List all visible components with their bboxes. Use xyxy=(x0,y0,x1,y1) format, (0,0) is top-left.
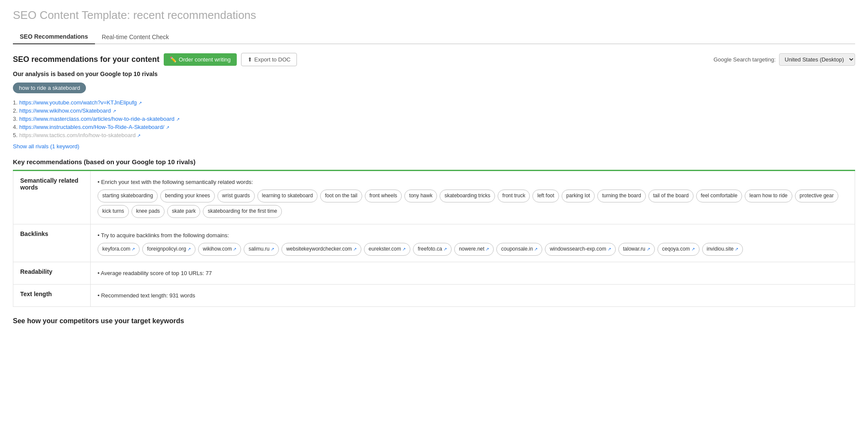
section-title: SEO recommendations for your content xyxy=(13,55,159,64)
semantic-tag: tony hawk xyxy=(404,190,437,202)
rival-item: 2.https://www.wikihow.com/Skateboard ↗ xyxy=(13,107,855,114)
rec-content: Average readability score of top 10 URLs… xyxy=(91,262,855,284)
external-link-icon: ↗ xyxy=(353,245,357,253)
semantic-tag: starting skateboarding xyxy=(98,190,158,202)
rec-bullet: Enrich your text with the following sema… xyxy=(98,177,848,187)
backlink-tag: salimu.ru ↗ xyxy=(244,243,279,256)
semantic-tag: front truck xyxy=(498,190,530,202)
rec-label: Semantically related words xyxy=(13,171,91,224)
recommendations-table: Semantically related wordsEnrich your te… xyxy=(13,170,855,307)
tab-bar: SEO Recommendations Real-time Content Ch… xyxy=(13,29,855,44)
rival-item: 5.https://www.tactics.com/info/how-to-sk… xyxy=(13,132,855,138)
rec-label: Text length xyxy=(13,284,91,306)
rec-bullet: Recommended text length: 931 words xyxy=(98,291,848,300)
backlink-tag: invidiou.site ↗ xyxy=(702,243,743,256)
targeting-label: Google Search targeting: xyxy=(713,56,776,63)
order-content-button[interactable]: ✏️ Order content writing xyxy=(164,53,237,66)
export-doc-button[interactable]: ⬆ Export to DOC xyxy=(241,53,297,66)
backlink-tag: talowar.ru ↗ xyxy=(618,243,655,256)
footer-title: See how your competitors use your target… xyxy=(13,317,855,325)
semantic-tag: protective gear xyxy=(795,190,838,202)
external-link-icon: ↗ xyxy=(187,245,191,253)
semantic-tag: parking lot xyxy=(562,190,595,202)
rec-bullet: Try to acquire backlinks from the follow… xyxy=(98,230,848,240)
tags-container: starting skateboardingbending your knees… xyxy=(98,190,848,217)
semantic-tag: left foot xyxy=(532,190,559,202)
semantic-tag: skateboarding for the first time xyxy=(203,205,281,218)
external-link-icon: ↗ xyxy=(443,245,447,253)
external-link-icon: ↗ xyxy=(233,245,236,253)
rival-item: 3.https://www.masterclass.com/articles/h… xyxy=(13,116,855,122)
rival-item: 4.https://www.instructables.com/How-To-R… xyxy=(13,124,855,130)
backlink-tag: keyfora.com ↗ xyxy=(98,243,140,256)
external-link-icon: ↗ xyxy=(166,125,169,130)
recommendation-row: ReadabilityAverage readability score of … xyxy=(13,262,855,284)
tab-realtime-check[interactable]: Real-time Content Check xyxy=(95,30,176,44)
recommendation-row: Text lengthRecommended text length: 931 … xyxy=(13,284,855,306)
backlinks-container: keyfora.com ↗foreignpolicyi.org ↗wikihow… xyxy=(98,243,848,256)
targeting-selector: Google Search targeting: United States (… xyxy=(713,53,855,66)
semantic-tag: learn how to ride xyxy=(745,190,792,202)
rec-bullet: Average readability score of top 10 URLs… xyxy=(98,268,848,278)
backlink-tag: wikihow.com ↗ xyxy=(198,243,241,256)
semantic-tag: tail of the board xyxy=(648,190,694,202)
rival-item: 1.https://www.youtube.com/watch?v=KTJnEl… xyxy=(13,99,855,106)
backlink-tag: foreignpolicyi.org ↗ xyxy=(142,243,196,256)
backlink-tag: nowere.net ↗ xyxy=(454,243,494,256)
semantic-tag: kick turns xyxy=(98,205,129,218)
external-link-icon: ↗ xyxy=(486,245,489,253)
show-all-rivals-link[interactable]: Show all rivals (1 keyword) xyxy=(13,143,79,150)
rec-label: Readability xyxy=(13,262,91,284)
external-link-icon: ↗ xyxy=(137,133,141,138)
external-link-icon: ↗ xyxy=(691,245,695,253)
semantic-tag: feel comfortable xyxy=(696,190,742,202)
external-link-icon: ↗ xyxy=(735,245,738,253)
external-link-icon: ↗ xyxy=(534,245,538,253)
external-link-icon: ↗ xyxy=(176,117,180,122)
semantic-tag: wrist guards xyxy=(217,190,255,202)
semantic-tag: bending your knees xyxy=(160,190,215,202)
rec-content: Recommended text length: 931 words xyxy=(91,284,855,306)
targeting-dropdown[interactable]: United States (Desktop) xyxy=(779,53,855,66)
recommendation-row: BacklinksTry to acquire backlinks from t… xyxy=(13,224,855,262)
external-link-icon: ↗ xyxy=(402,245,406,253)
backlink-tag: websitekeywordchecker.com ↗ xyxy=(281,243,361,256)
recommendation-row: Semantically related wordsEnrich your te… xyxy=(13,171,855,224)
semantic-tag: turning the board xyxy=(597,190,646,202)
semantic-tag: front wheels xyxy=(365,190,402,202)
semantic-tag: skate park xyxy=(167,205,200,218)
recommendations-title: Key recommendations (based on your Googl… xyxy=(13,158,855,165)
external-link-icon: ↗ xyxy=(113,109,116,113)
tab-seo-recommendations[interactable]: SEO Recommendations xyxy=(13,30,95,44)
backlink-tag: windowssearch-exp.com ↗ xyxy=(545,243,615,256)
semantic-tag: learning to skateboard xyxy=(257,190,318,202)
analysis-text: Our analysis is based on your Google top… xyxy=(13,70,855,77)
edit-icon: ✏️ xyxy=(170,56,177,63)
export-icon: ⬆ xyxy=(248,56,252,63)
rec-label: Backlinks xyxy=(13,224,91,262)
rec-content: Try to acquire backlinks from the follow… xyxy=(91,224,855,262)
rivals-list: 1.https://www.youtube.com/watch?v=KTJnEl… xyxy=(13,99,855,138)
external-link-icon: ↗ xyxy=(271,245,274,253)
semantic-tag: knee pads xyxy=(131,205,165,218)
backlink-tag: couponsale.in ↗ xyxy=(496,243,542,256)
external-link-icon: ↗ xyxy=(131,245,135,253)
section-header: SEO recommendations for your content ✏️ … xyxy=(13,53,855,66)
page-title: SEO Content Template: recent recommendat… xyxy=(13,9,855,22)
backlink-tag: ceqoya.com ↗ xyxy=(657,243,700,256)
external-link-icon: ↗ xyxy=(608,245,611,253)
external-link-icon: ↗ xyxy=(647,245,650,253)
semantic-tag: skateboarding tricks xyxy=(440,190,495,202)
semantic-tag: foot on the tail xyxy=(320,190,362,202)
external-link-icon: ↗ xyxy=(138,101,142,105)
rec-content: Enrich your text with the following sema… xyxy=(91,171,855,224)
backlink-tag: eurekster.com ↗ xyxy=(364,243,410,256)
keyword-badge: how to ride a skateboard xyxy=(13,83,86,93)
backlink-tag: freefoto.ca ↗ xyxy=(413,243,452,256)
